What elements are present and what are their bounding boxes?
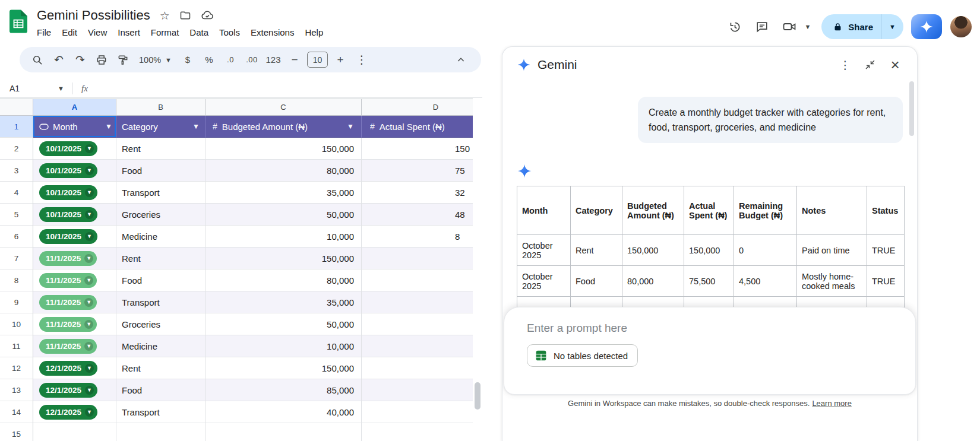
cell-actual[interactable] [362,248,473,269]
header-cell-month[interactable]: Month ▼ [33,116,116,138]
move-folder-icon[interactable] [179,9,191,21]
cell-actual[interactable] [362,269,473,291]
cell-actual[interactable] [362,335,473,357]
formula-input[interactable] [95,80,482,97]
panel-scrollbar[interactable] [909,81,914,295]
cell-budgeted[interactable]: 35,000 [206,291,362,313]
search-menus-button[interactable] [27,50,48,70]
cell-category[interactable]: Rent [116,248,206,269]
date-chip[interactable]: 10/1/2025▼ [39,163,97,178]
cell-month[interactable]: 11/1/2025▼ [33,291,116,313]
row-header[interactable]: 6 [0,226,33,248]
decrease-font-size-button[interactable]: − [284,50,305,70]
cell-actual[interactable]: 150 [362,138,473,160]
row-header[interactable]: 15 [0,423,33,441]
menu-data[interactable]: Data [184,26,214,39]
sheets-logo[interactable] [10,8,30,34]
cell-budgeted[interactable]: 150,000 [206,138,362,160]
panel-more-button[interactable]: ⋮ [835,55,855,75]
zoom-control[interactable]: 100% ▼ [134,50,177,70]
cell-month[interactable]: 10/1/2025▼ [33,182,116,204]
date-chip[interactable]: 10/1/2025▼ [39,141,97,156]
cell-budgeted[interactable]: 80,000 [206,269,362,291]
date-chip[interactable]: 11/1/2025▼ [39,251,97,266]
cell-category[interactable]: Food [116,379,206,401]
cell-actual[interactable] [362,291,473,313]
date-chip[interactable]: 12/1/2025▼ [39,405,97,420]
number-format-button[interactable]: 123 [263,50,284,70]
scrollbar-thumb[interactable] [475,382,480,410]
cell-actual[interactable]: 8 [362,226,473,248]
cell-month[interactable]: 12/1/2025▼ [33,357,116,379]
cell-month[interactable]: 12/1/2025▼ [33,401,116,423]
gemini-toolbar-button[interactable] [911,14,942,39]
row-header[interactable]: 1 [0,116,33,138]
cell-category[interactable]: Medicine [116,226,206,248]
panel-collapse-icon[interactable] [860,55,880,75]
menu-edit[interactable]: Edit [56,26,83,39]
star-icon[interactable]: ☆ [160,9,170,23]
undo-button[interactable]: ↶ [48,50,69,70]
row-header[interactable]: 8 [0,269,33,291]
select-all-corner[interactable] [0,99,33,115]
row-header[interactable]: 12 [0,357,33,379]
toolbar-more-button[interactable]: ⋮ [351,50,372,70]
comment-button[interactable] [748,13,776,40]
cell-month[interactable]: 10/1/2025▼ [33,226,116,248]
doc-title[interactable]: Gemini Possibilities [37,8,150,23]
date-chip[interactable]: 12/1/2025▼ [39,383,97,398]
percent-format-button[interactable]: % [198,50,220,70]
menu-view[interactable]: View [83,26,112,39]
cell-actual[interactable] [362,379,473,401]
cell-category[interactable]: Rent [116,357,206,379]
cell-month[interactable]: 10/1/2025▼ [33,138,116,160]
row-header[interactable]: 9 [0,291,33,313]
cell-actual[interactable]: 48 [362,204,473,226]
cell-budgeted[interactable]: 85,000 [206,379,362,401]
cell-month[interactable]: 11/1/2025▼ [33,248,116,269]
row-header[interactable]: 14 [0,401,33,423]
date-chip[interactable]: 11/1/2025▼ [39,317,97,332]
scrollbar-thumb[interactable] [909,81,914,136]
cell-category[interactable]: Groceries [116,313,206,335]
cell-actual[interactable] [362,313,473,335]
menu-help[interactable]: Help [299,26,328,39]
no-tables-chip[interactable]: No tables detected [527,344,638,367]
date-chip[interactable]: 10/1/2025▼ [39,207,97,222]
panel-close-button[interactable]: × [885,55,905,75]
column-header-c[interactable]: C [206,99,362,115]
cell-budgeted[interactable]: 150,000 [206,357,362,379]
name-box[interactable]: A1 ▼ [0,84,71,93]
font-size-input[interactable]: 10 [307,52,328,68]
cell-category[interactable] [116,423,206,441]
column-header-d[interactable]: D [362,99,473,115]
cell-month[interactable]: 11/1/2025▼ [33,269,116,291]
row-header[interactable]: 2 [0,138,33,160]
meet-button[interactable]: ▼ [776,13,811,40]
print-button[interactable] [91,50,112,70]
prompt-input[interactable] [527,322,893,335]
date-chip[interactable]: 11/1/2025▼ [39,295,97,310]
menu-insert[interactable]: Insert [112,26,146,39]
date-chip[interactable]: 10/1/2025▼ [39,229,97,244]
date-chip[interactable]: 12/1/2025▼ [39,361,97,376]
cell-budgeted[interactable]: 50,000 [206,204,362,226]
date-chip[interactable]: 11/1/2025▼ [39,339,97,354]
chevron-down-icon[interactable]: ▼ [347,122,354,131]
row-header[interactable]: 4 [0,182,33,204]
user-avatar[interactable] [950,16,972,37]
cell-month[interactable]: 11/1/2025▼ [33,335,116,357]
row-header[interactable]: 5 [0,204,33,226]
cell-actual[interactable]: 32 [362,182,473,204]
cell-month[interactable]: 10/1/2025▼ [33,204,116,226]
header-cell-actual[interactable]: # Actual Spent (₦) [362,116,473,138]
menu-tools[interactable]: Tools [214,26,245,39]
cell-actual[interactable] [362,423,473,441]
chevron-down-icon[interactable]: ▼ [105,122,112,131]
cell-actual[interactable] [362,401,473,423]
cloud-saved-icon[interactable] [201,9,214,22]
version-history-button[interactable] [721,13,748,40]
cell-budgeted[interactable]: 80,000 [206,160,362,182]
cell-category[interactable]: Transport [116,182,206,204]
cell-month[interactable]: 11/1/2025▼ [33,313,116,335]
